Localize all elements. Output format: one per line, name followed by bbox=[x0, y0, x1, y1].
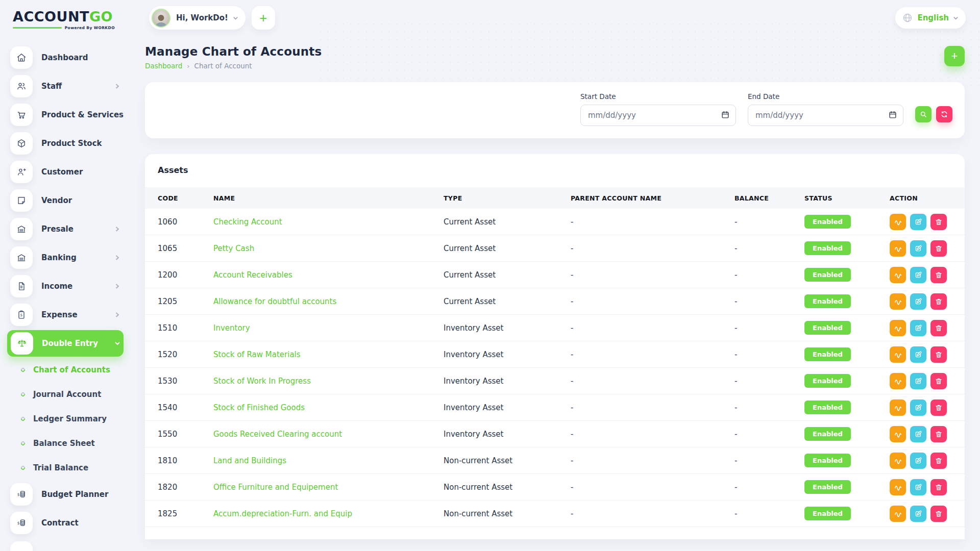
account-name-link[interactable]: Land and Buildings bbox=[213, 456, 444, 465]
sidebar-subitem-trial-balance[interactable]: Trial Balance bbox=[0, 456, 133, 480]
sidebar-item-product-stock[interactable]: Product Stock bbox=[0, 129, 133, 158]
delete-button[interactable] bbox=[930, 373, 947, 389]
end-date-input[interactable] bbox=[748, 105, 903, 126]
account-name-link[interactable]: Inventory bbox=[213, 323, 444, 333]
edit-button[interactable] bbox=[910, 479, 926, 495]
transactions-button[interactable] bbox=[890, 240, 906, 257]
row-actions bbox=[890, 240, 965, 257]
sidebar-item-contract[interactable]: $ Contract bbox=[0, 509, 133, 537]
sidebar-item-expense[interactable]: $ Expense bbox=[0, 300, 133, 329]
edit-button[interactable] bbox=[910, 399, 926, 416]
sidebar-subitem-journal-account[interactable]: Journal Account bbox=[0, 382, 133, 407]
row-actions bbox=[890, 293, 965, 310]
transactions-button[interactable] bbox=[890, 479, 906, 495]
sidebar-item-label: Expense bbox=[41, 310, 78, 319]
sidebar-item-vendor[interactable]: Vendor bbox=[0, 186, 133, 215]
sidebar-item-presale[interactable]: Presale bbox=[0, 215, 133, 243]
sidebar-item-double-entry[interactable]: Double Entry bbox=[0, 329, 133, 358]
table-row: 1820 Office Furniture and Equipement Non… bbox=[145, 474, 965, 500]
sidebar-item-product-services[interactable]: Product & Services bbox=[0, 101, 133, 129]
edit-button[interactable] bbox=[910, 346, 926, 363]
parent-account-name: - bbox=[571, 350, 734, 359]
transactions-button[interactable] bbox=[890, 346, 906, 363]
sidebar-item-income[interactable]: Income bbox=[0, 272, 133, 300]
dollar-coins-icon: $ bbox=[10, 512, 33, 534]
sidebar-subitem-chart-of-accounts[interactable]: Chart of Accounts bbox=[0, 358, 133, 382]
quick-add-button[interactable]: + bbox=[252, 6, 275, 30]
sidebar-item-banking[interactable]: Banking bbox=[0, 243, 133, 272]
sidebar-subitem-ledger-summary[interactable]: Ledger Summary bbox=[0, 407, 133, 431]
table-row: 1200 Account Receivables Current Asset -… bbox=[145, 262, 965, 288]
table-row: 1810 Land and Buildings Non-current Asse… bbox=[145, 447, 965, 474]
transactions-button[interactable] bbox=[890, 267, 906, 283]
sidebar-item-customer[interactable]: Customer bbox=[0, 158, 133, 186]
start-date-input[interactable] bbox=[580, 105, 736, 126]
edit-button[interactable] bbox=[910, 373, 926, 389]
sidebar-item-partial[interactable] bbox=[0, 538, 133, 551]
account-name-link[interactable]: Stock of Work In Progress bbox=[213, 377, 444, 386]
breadcrumb-dashboard-link[interactable]: Dashboard bbox=[145, 62, 182, 70]
transactions-button[interactable] bbox=[890, 506, 906, 522]
transactions-button[interactable] bbox=[890, 320, 906, 336]
edit-button[interactable] bbox=[910, 214, 926, 230]
account-name-link[interactable]: Checking Account bbox=[213, 217, 444, 227]
delete-button[interactable] bbox=[930, 346, 947, 363]
transactions-button[interactable] bbox=[890, 399, 906, 416]
account-name-link[interactable]: Accum.depreciation-Furn. and Equip bbox=[213, 509, 444, 518]
edit-button[interactable] bbox=[910, 453, 926, 469]
delete-button[interactable] bbox=[930, 240, 947, 257]
sidebar-item-budget-planner[interactable]: $ Budget Planner bbox=[0, 480, 133, 509]
account-name-link[interactable]: Allowance for doubtful accounts bbox=[213, 297, 444, 306]
delete-button[interactable] bbox=[930, 293, 947, 310]
table-row: 1065 Petty Cash Current Asset - - Enable… bbox=[145, 235, 965, 262]
language-selector[interactable]: English bbox=[895, 7, 966, 29]
account-balance: - bbox=[734, 456, 804, 465]
delete-button[interactable] bbox=[930, 426, 947, 442]
apply-filter-button[interactable] bbox=[915, 106, 932, 122]
home-icon bbox=[10, 46, 33, 69]
transactions-button[interactable] bbox=[890, 293, 906, 310]
sidebar-item-label: Dashboard bbox=[41, 53, 88, 62]
edit-button[interactable] bbox=[910, 506, 926, 522]
delete-button[interactable] bbox=[930, 214, 947, 230]
edit-button[interactable] bbox=[910, 267, 926, 283]
transactions-button[interactable] bbox=[890, 453, 906, 469]
account-name-link[interactable]: Stock of Finished Goods bbox=[213, 403, 444, 412]
sidebar-item-staff[interactable]: Staff bbox=[0, 72, 133, 101]
account-code: 1205 bbox=[158, 297, 213, 306]
account-type: Inventory Asset bbox=[444, 323, 571, 333]
sidebar-item-label: Product & Services bbox=[41, 110, 124, 119]
column-header-code: CODE bbox=[158, 194, 213, 202]
delete-button[interactable] bbox=[930, 399, 947, 416]
section-title: Assets bbox=[158, 165, 965, 175]
transactions-button[interactable] bbox=[890, 214, 906, 230]
edit-button[interactable] bbox=[910, 293, 926, 310]
account-code: 1825 bbox=[158, 509, 213, 518]
edit-button[interactable] bbox=[910, 426, 926, 442]
delete-button[interactable] bbox=[930, 453, 947, 469]
app-logo[interactable]: ACCOUNTGO Powered By WORKDO bbox=[0, 5, 115, 30]
account-name-link[interactable]: Office Furniture and Equipement bbox=[213, 483, 444, 492]
user-menu[interactable]: Hi, WorkDo! bbox=[149, 6, 246, 30]
account-name-link[interactable]: Account Receivables bbox=[213, 270, 444, 280]
delete-button[interactable] bbox=[930, 506, 947, 522]
account-name-link[interactable]: Petty Cash bbox=[213, 244, 444, 253]
delete-button[interactable] bbox=[930, 267, 947, 283]
account-name-link[interactable]: Stock of Raw Materials bbox=[213, 350, 444, 359]
edit-pencil-icon bbox=[914, 218, 922, 226]
reset-filter-button[interactable] bbox=[936, 106, 952, 122]
transactions-button[interactable] bbox=[890, 426, 906, 442]
status-badge: Enabled bbox=[804, 427, 851, 441]
parent-account-name: - bbox=[571, 403, 734, 412]
delete-button[interactable] bbox=[930, 479, 947, 495]
column-header-parent: PARENT ACCOUNT NAME bbox=[571, 194, 734, 202]
add-account-button[interactable]: + bbox=[944, 46, 965, 66]
account-name-link[interactable]: Goods Received Clearing account bbox=[213, 430, 444, 439]
edit-button[interactable] bbox=[910, 240, 926, 257]
sidebar-subitem-balance-sheet[interactable]: Balance Sheet bbox=[0, 431, 133, 456]
account-code: 1065 bbox=[158, 244, 213, 253]
transactions-button[interactable] bbox=[890, 373, 906, 389]
sidebar-item-dashboard[interactable]: Dashboard bbox=[0, 43, 133, 72]
delete-button[interactable] bbox=[930, 320, 947, 336]
edit-button[interactable] bbox=[910, 320, 926, 336]
